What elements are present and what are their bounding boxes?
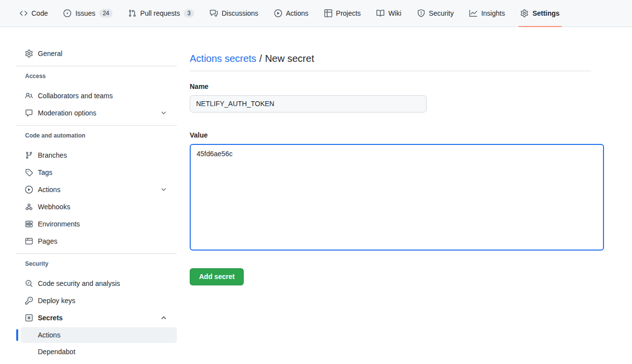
- tab-insights[interactable]: Insights: [465, 0, 509, 27]
- sidebar-item-label: Actions: [38, 186, 60, 194]
- comment-icon: [25, 109, 33, 117]
- sidebar-item-tags[interactable]: Tags: [16, 164, 177, 181]
- book-icon: [376, 9, 384, 17]
- sidebar-item-label: Pages: [38, 237, 57, 245]
- secret-value-textarea[interactable]: 45fd6ae56c: [190, 144, 604, 251]
- breadcrumb-current: New secret: [265, 53, 314, 64]
- tab-actions[interactable]: Actions: [270, 0, 313, 27]
- sidebar-item-branches[interactable]: Branches: [16, 146, 177, 164]
- sidebar-item-label: Secrets: [38, 314, 63, 322]
- tab-label: Code: [31, 9, 48, 17]
- sidebar-item-label: Deploy keys: [38, 297, 75, 305]
- sidebar-item-moderation-options[interactable]: Moderation options: [16, 104, 177, 121]
- webhook-icon: [25, 203, 33, 211]
- shield-icon: [417, 9, 425, 17]
- tab-label: Settings: [532, 9, 559, 17]
- tab-code[interactable]: Code: [16, 0, 52, 27]
- sidebar-item-label: Webhooks: [38, 203, 70, 211]
- repo-tab-bar: Code Issues 24 Pull requests 3 Discussio…: [0, 0, 632, 27]
- table-icon: [324, 9, 332, 17]
- chevron-down-icon: [160, 110, 167, 116]
- sidebar-item-general[interactable]: General: [16, 45, 177, 62]
- server-icon: [25, 220, 33, 228]
- tab-label: Wiki: [388, 9, 401, 17]
- value-label: Value: [190, 131, 591, 139]
- tab-projects[interactable]: Projects: [320, 0, 365, 27]
- tag-icon: [25, 168, 33, 176]
- tab-issues[interactable]: Issues 24: [59, 0, 116, 27]
- tab-label: Security: [429, 9, 454, 17]
- chevron-down-icon: [160, 186, 167, 193]
- tab-label: Insights: [481, 9, 505, 17]
- code-icon: [20, 9, 28, 17]
- graph-icon: [469, 9, 477, 17]
- issue-opened-icon: [63, 9, 71, 17]
- name-label: Name: [190, 83, 591, 90]
- sidebar-item-label: Collaborators and teams: [38, 92, 113, 100]
- key-asterisk-icon: [25, 314, 33, 322]
- sidebar-item-label: Dependabot: [38, 348, 75, 356]
- divider: [16, 253, 177, 254]
- sidebar-item-label: Branches: [38, 151, 67, 159]
- sidebar-item-label: Environments: [38, 220, 80, 228]
- tab-label: Pull requests: [140, 9, 180, 17]
- sidebar-item-collaborators[interactable]: Collaborators and teams: [16, 87, 177, 104]
- chevron-up-icon: [160, 314, 167, 321]
- tab-security[interactable]: Security: [413, 0, 458, 27]
- tab-label: Actions: [286, 9, 309, 17]
- sidebar-item-secrets[interactable]: Secrets: [16, 309, 177, 326]
- tab-wiki[interactable]: Wiki: [373, 0, 405, 27]
- sidebar-item-actions[interactable]: Actions: [16, 181, 177, 198]
- sidebar-item-label: General: [38, 50, 62, 57]
- pull-requests-count-badge: 3: [184, 9, 194, 18]
- sidebar-item-label: Tags: [38, 168, 53, 176]
- sidebar-item-code-security[interactable]: Code security and analysis: [16, 275, 177, 292]
- gear-icon: [25, 50, 33, 57]
- new-secret-form: Actions secrets/New secret Name Value 45…: [177, 27, 591, 364]
- sidebar-item-label: Code security and analysis: [38, 280, 120, 287]
- key-icon: [25, 297, 33, 305]
- gear-icon: [520, 9, 528, 17]
- sidebar-section-access: Access: [16, 71, 177, 81]
- git-pull-request-icon: [128, 9, 136, 17]
- sidebar-item-deploy-keys[interactable]: Deploy keys: [16, 292, 177, 309]
- sidebar-item-label: Actions: [38, 331, 60, 339]
- sidebar-section-security: Security: [16, 259, 177, 269]
- codescan-icon: [25, 280, 33, 287]
- tab-discussions[interactable]: Discussions: [206, 0, 262, 27]
- issues-count-badge: 24: [99, 9, 113, 18]
- secret-name-input[interactable]: [190, 95, 427, 112]
- tab-label: Projects: [336, 9, 361, 17]
- add-secret-button[interactable]: Add secret: [190, 268, 244, 285]
- breadcrumb-separator: /: [259, 53, 262, 64]
- sidebar-item-environments[interactable]: Environments: [16, 215, 177, 232]
- page-title: Actions secrets/New secret: [190, 53, 591, 71]
- divider: [16, 125, 177, 126]
- browser-icon: [25, 237, 33, 245]
- tab-label: Discussions: [222, 9, 259, 17]
- people-icon: [25, 92, 33, 100]
- git-branch-icon: [25, 151, 33, 159]
- play-icon: [274, 9, 282, 17]
- sidebar-subitem-secrets-actions[interactable]: Actions: [21, 327, 177, 343]
- settings-sidebar: General Access Collaborators and teams M…: [0, 27, 177, 364]
- tab-label: Issues: [75, 9, 95, 17]
- tab-pull-requests[interactable]: Pull requests 3: [124, 0, 198, 27]
- play-icon: [25, 186, 33, 194]
- sidebar-item-label: Moderation options: [38, 109, 96, 117]
- sidebar-section-code-and-automation: Code and automation: [16, 131, 177, 140]
- comment-discussion-icon: [210, 9, 218, 17]
- sidebar-item-webhooks[interactable]: Webhooks: [16, 198, 177, 215]
- divider: [16, 66, 177, 66]
- actions-secrets-breadcrumb-link[interactable]: Actions secrets: [190, 53, 257, 64]
- sidebar-subitem-secrets-dependabot[interactable]: Dependabot: [21, 344, 177, 360]
- tab-settings[interactable]: Settings: [517, 0, 563, 27]
- sidebar-item-pages[interactable]: Pages: [16, 232, 177, 250]
